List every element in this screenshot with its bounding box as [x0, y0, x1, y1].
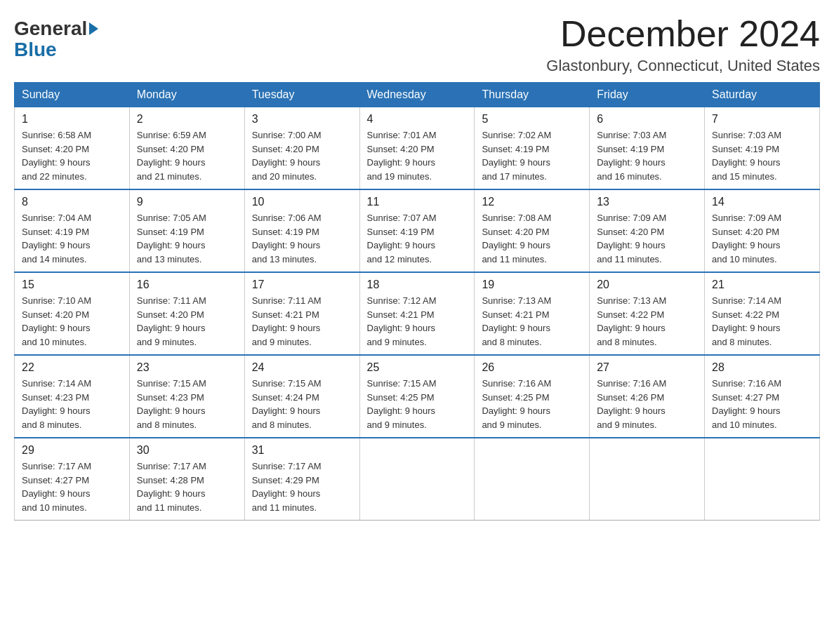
day-number: 24 — [252, 361, 352, 374]
day-number: 13 — [597, 196, 697, 208]
day-number: 9 — [137, 196, 237, 208]
day-info: Sunrise: 7:11 AM Sunset: 4:21 PM Dayligh… — [252, 294, 352, 349]
week-row-1: 1 Sunrise: 6:58 AM Sunset: 4:20 PM Dayli… — [15, 107, 820, 190]
header-friday: Friday — [590, 83, 705, 107]
calendar-cell: 30 Sunrise: 7:17 AM Sunset: 4:28 PM Dayl… — [129, 438, 244, 521]
day-info: Sunrise: 7:16 AM Sunset: 4:27 PM Dayligh… — [712, 377, 812, 431]
day-info: Sunrise: 7:10 AM Sunset: 4:20 PM Dayligh… — [22, 294, 122, 349]
day-info: Sunrise: 7:09 AM Sunset: 4:20 PM Dayligh… — [597, 211, 697, 266]
day-info: Sunrise: 6:58 AM Sunset: 4:20 PM Dayligh… — [22, 128, 122, 183]
day-number: 22 — [22, 361, 122, 374]
calendar-cell: 21 Sunrise: 7:14 AM Sunset: 4:22 PM Dayl… — [705, 272, 820, 355]
header-monday: Monday — [129, 83, 244, 107]
calendar-cell: 4 Sunrise: 7:01 AM Sunset: 4:20 PM Dayli… — [359, 107, 475, 190]
day-info: Sunrise: 7:05 AM Sunset: 4:19 PM Dayligh… — [137, 211, 237, 266]
day-info: Sunrise: 7:03 AM Sunset: 4:19 PM Dayligh… — [597, 128, 697, 183]
logo-blue-text: Blue — [14, 39, 57, 61]
calendar-cell: 10 Sunrise: 7:06 AM Sunset: 4:19 PM Dayl… — [244, 189, 359, 272]
day-number: 20 — [597, 279, 697, 291]
day-info: Sunrise: 7:07 AM Sunset: 4:19 PM Dayligh… — [367, 211, 468, 266]
day-info: Sunrise: 6:59 AM Sunset: 4:20 PM Dayligh… — [137, 128, 237, 183]
calendar-cell: 14 Sunrise: 7:09 AM Sunset: 4:20 PM Dayl… — [705, 189, 820, 272]
calendar-cell: 28 Sunrise: 7:16 AM Sunset: 4:27 PM Dayl… — [705, 355, 820, 438]
calendar-cell: 16 Sunrise: 7:11 AM Sunset: 4:20 PM Dayl… — [129, 272, 244, 355]
day-number: 2 — [137, 113, 237, 126]
day-number: 25 — [367, 361, 468, 374]
calendar-cell: 23 Sunrise: 7:15 AM Sunset: 4:23 PM Dayl… — [129, 355, 244, 438]
calendar-cell: 12 Sunrise: 7:08 AM Sunset: 4:20 PM Dayl… — [475, 189, 590, 272]
calendar-cell: 22 Sunrise: 7:14 AM Sunset: 4:23 PM Dayl… — [15, 355, 130, 438]
week-row-4: 22 Sunrise: 7:14 AM Sunset: 4:23 PM Dayl… — [15, 355, 820, 438]
week-row-2: 8 Sunrise: 7:04 AM Sunset: 4:19 PM Dayli… — [15, 189, 820, 272]
day-number: 19 — [482, 279, 582, 291]
calendar-cell: 18 Sunrise: 7:12 AM Sunset: 4:21 PM Dayl… — [359, 272, 475, 355]
header-wednesday: Wednesday — [359, 83, 475, 107]
calendar-cell: 29 Sunrise: 7:17 AM Sunset: 4:27 PM Dayl… — [15, 438, 130, 521]
day-info: Sunrise: 7:15 AM Sunset: 4:25 PM Dayligh… — [367, 377, 468, 431]
day-info: Sunrise: 7:14 AM Sunset: 4:23 PM Dayligh… — [22, 377, 122, 431]
day-number: 17 — [252, 279, 352, 291]
calendar-cell: 26 Sunrise: 7:16 AM Sunset: 4:25 PM Dayl… — [475, 355, 590, 438]
calendar-cell: 13 Sunrise: 7:09 AM Sunset: 4:20 PM Dayl… — [590, 189, 705, 272]
day-info: Sunrise: 7:11 AM Sunset: 4:20 PM Dayligh… — [137, 294, 237, 349]
day-info: Sunrise: 7:13 AM Sunset: 4:22 PM Dayligh… — [597, 294, 697, 349]
day-info: Sunrise: 7:15 AM Sunset: 4:23 PM Dayligh… — [137, 377, 237, 431]
header-sunday: Sunday — [15, 83, 130, 107]
calendar-cell: 19 Sunrise: 7:13 AM Sunset: 4:21 PM Dayl… — [475, 272, 590, 355]
day-number: 31 — [252, 444, 352, 457]
day-number: 27 — [597, 361, 697, 374]
calendar-cell: 1 Sunrise: 6:58 AM Sunset: 4:20 PM Dayli… — [15, 107, 130, 190]
day-number: 23 — [137, 361, 237, 374]
header-tuesday: Tuesday — [244, 83, 359, 107]
day-info: Sunrise: 7:12 AM Sunset: 4:21 PM Dayligh… — [367, 294, 468, 349]
header: General Blue December 2024 Glastonbury, … — [14, 14, 820, 75]
day-info: Sunrise: 7:09 AM Sunset: 4:20 PM Dayligh… — [712, 211, 812, 266]
day-info: Sunrise: 7:16 AM Sunset: 4:25 PM Dayligh… — [482, 377, 582, 431]
calendar-cell: 2 Sunrise: 6:59 AM Sunset: 4:20 PM Dayli… — [129, 107, 244, 190]
header-saturday: Saturday — [705, 83, 820, 107]
day-number: 18 — [367, 279, 468, 291]
day-number: 16 — [137, 279, 237, 291]
week-row-3: 15 Sunrise: 7:10 AM Sunset: 4:20 PM Dayl… — [15, 272, 820, 355]
calendar-cell: 31 Sunrise: 7:17 AM Sunset: 4:29 PM Dayl… — [244, 438, 359, 521]
day-info: Sunrise: 7:15 AM Sunset: 4:24 PM Dayligh… — [252, 377, 352, 431]
day-info: Sunrise: 7:13 AM Sunset: 4:21 PM Dayligh… — [482, 294, 582, 349]
day-info: Sunrise: 7:06 AM Sunset: 4:19 PM Dayligh… — [252, 211, 352, 266]
day-number: 11 — [367, 196, 468, 208]
calendar-cell: 17 Sunrise: 7:11 AM Sunset: 4:21 PM Dayl… — [244, 272, 359, 355]
month-title: December 2024 — [546, 14, 820, 54]
calendar-cell: 15 Sunrise: 7:10 AM Sunset: 4:20 PM Dayl… — [15, 272, 130, 355]
calendar-cell: 8 Sunrise: 7:04 AM Sunset: 4:19 PM Dayli… — [15, 189, 130, 272]
day-number: 5 — [482, 113, 582, 126]
day-number: 6 — [597, 113, 697, 126]
day-info: Sunrise: 7:04 AM Sunset: 4:19 PM Dayligh… — [22, 211, 122, 266]
calendar-cell: 7 Sunrise: 7:03 AM Sunset: 4:19 PM Dayli… — [705, 107, 820, 190]
day-info: Sunrise: 7:17 AM Sunset: 4:29 PM Dayligh… — [252, 459, 352, 514]
calendar-cell — [590, 438, 705, 521]
day-info: Sunrise: 7:01 AM Sunset: 4:20 PM Dayligh… — [367, 128, 468, 183]
day-info: Sunrise: 7:08 AM Sunset: 4:20 PM Dayligh… — [482, 211, 582, 266]
week-row-5: 29 Sunrise: 7:17 AM Sunset: 4:27 PM Dayl… — [15, 438, 820, 521]
day-number: 15 — [22, 279, 122, 291]
day-number: 1 — [22, 113, 122, 126]
day-info: Sunrise: 7:00 AM Sunset: 4:20 PM Dayligh… — [252, 128, 352, 183]
day-number: 29 — [22, 444, 122, 457]
day-info: Sunrise: 7:16 AM Sunset: 4:26 PM Dayligh… — [597, 377, 697, 431]
header-thursday: Thursday — [475, 83, 590, 107]
day-number: 3 — [252, 113, 352, 126]
day-number: 14 — [712, 196, 812, 208]
weekday-header-row: Sunday Monday Tuesday Wednesday Thursday… — [15, 83, 820, 107]
calendar-cell: 11 Sunrise: 7:07 AM Sunset: 4:19 PM Dayl… — [359, 189, 475, 272]
calendar-cell: 5 Sunrise: 7:02 AM Sunset: 4:19 PM Dayli… — [475, 107, 590, 190]
day-info: Sunrise: 7:17 AM Sunset: 4:27 PM Dayligh… — [22, 459, 122, 514]
location-text: Glastonbury, Connecticut, United States — [546, 57, 820, 75]
calendar-cell: 20 Sunrise: 7:13 AM Sunset: 4:22 PM Dayl… — [590, 272, 705, 355]
calendar-cell: 3 Sunrise: 7:00 AM Sunset: 4:20 PM Dayli… — [244, 107, 359, 190]
day-number: 4 — [367, 113, 468, 126]
day-info: Sunrise: 7:14 AM Sunset: 4:22 PM Dayligh… — [712, 294, 812, 349]
calendar-table: Sunday Monday Tuesday Wednesday Thursday… — [14, 82, 820, 521]
day-number: 10 — [252, 196, 352, 208]
day-info: Sunrise: 7:02 AM Sunset: 4:19 PM Dayligh… — [482, 128, 582, 183]
logo-arrow-icon — [89, 22, 98, 35]
calendar-cell: 6 Sunrise: 7:03 AM Sunset: 4:19 PM Dayli… — [590, 107, 705, 190]
